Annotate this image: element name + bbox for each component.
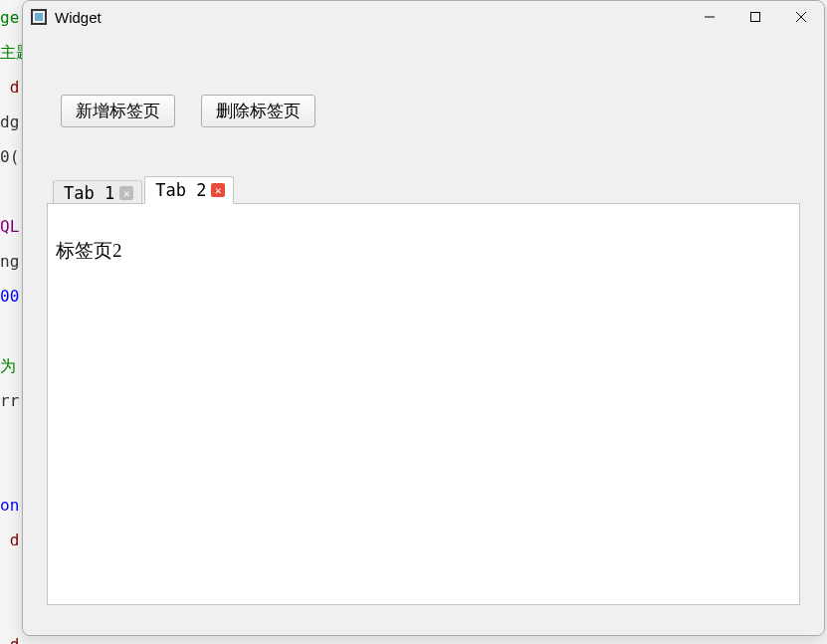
tab-label: Tab 1 bbox=[64, 183, 114, 203]
tab-content-label: 标签页2 bbox=[56, 240, 122, 261]
add-tab-button[interactable]: 新增标签页 bbox=[61, 95, 175, 127]
tab-pane: 标签页2 bbox=[47, 203, 800, 605]
window-controls bbox=[687, 1, 824, 33]
client-area: 新增标签页 删除标签页 Tab 1 ✕ Tab 2 ✕ 标签页2 bbox=[23, 33, 824, 635]
close-button[interactable] bbox=[778, 1, 824, 33]
tab-close-icon[interactable]: ✕ bbox=[211, 183, 225, 197]
maximize-icon bbox=[750, 12, 760, 22]
button-row: 新增标签页 删除标签页 bbox=[47, 95, 800, 127]
tab-bar: Tab 1 ✕ Tab 2 ✕ bbox=[47, 177, 800, 203]
tab-close-icon[interactable]: ✕ bbox=[119, 186, 133, 200]
minimize-icon bbox=[705, 12, 715, 22]
tab-1[interactable]: Tab 1 ✕ bbox=[53, 180, 142, 205]
window-title: Widget bbox=[55, 9, 687, 26]
svg-rect-1 bbox=[751, 13, 760, 22]
tab-2[interactable]: Tab 2 ✕ bbox=[144, 176, 234, 204]
tab-label: Tab 2 bbox=[155, 180, 206, 200]
main-window: Widget 新增标签页 删除标签页 Tab 1 ✕ bbox=[22, 0, 825, 636]
tab-widget: Tab 1 ✕ Tab 2 ✕ 标签页2 bbox=[47, 177, 800, 605]
maximize-button[interactable] bbox=[732, 1, 778, 33]
minimize-button[interactable] bbox=[687, 1, 732, 33]
app-icon bbox=[31, 9, 47, 25]
close-icon bbox=[796, 12, 806, 22]
remove-tab-button[interactable]: 删除标签页 bbox=[201, 95, 315, 127]
titlebar[interactable]: Widget bbox=[23, 1, 824, 33]
